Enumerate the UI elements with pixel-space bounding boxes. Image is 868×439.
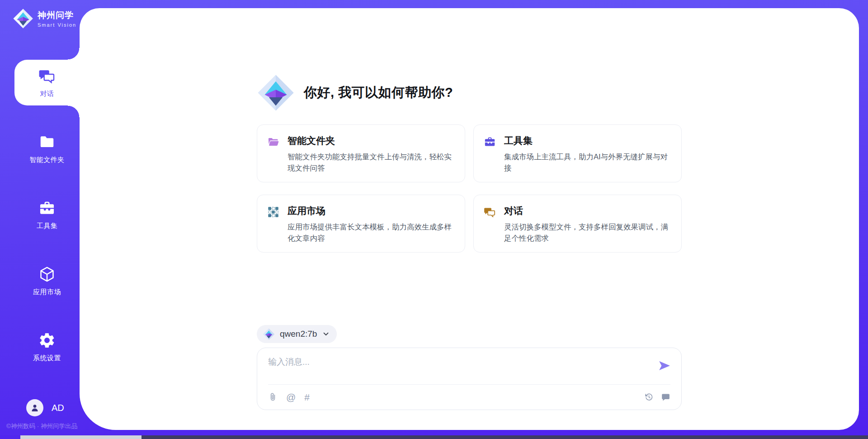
user-profile[interactable]: AD: [26, 399, 64, 416]
message-composer: @ #: [257, 348, 682, 410]
brand: 神州问学 Smart Vision: [13, 8, 76, 29]
gem-diamond-icon: [13, 8, 33, 29]
sidebar-item-toolbox[interactable]: 工具集: [14, 192, 80, 238]
sidebar: 神州问学 Smart Vision 对话 智能文件夹: [0, 0, 80, 439]
scrollbar-gap: [0, 435, 20, 439]
card-title: 对话: [504, 205, 670, 217]
gem-diamond-icon: [257, 74, 295, 112]
card-chat[interactable]: 对话 灵活切换多模型文件，支持多样回复效果调试，满足个性化需求: [473, 195, 682, 253]
model-name: qwen2:7b: [280, 329, 317, 339]
sidebar-item-label: 对话: [40, 90, 54, 98]
sidebar-item-app-market[interactable]: 应用市场: [14, 258, 80, 304]
folder-icon: [38, 134, 56, 151]
sidebar-nav: 对话 智能文件夹 工具集: [0, 60, 80, 390]
history-button[interactable]: [644, 392, 654, 402]
send-button[interactable]: [658, 359, 671, 372]
card-description: 集成市场上主流工具，助力AI与外界无缝扩展与对接: [504, 151, 670, 174]
paperclip-icon: [268, 392, 278, 402]
horizontal-scrollbar[interactable]: [0, 435, 868, 439]
copyright-footer: ©神州数码 · 神州问学出品: [6, 422, 77, 430]
sidebar-item-label: 工具集: [37, 222, 58, 230]
briefcase-icon: [484, 136, 496, 182]
cube-icon: [38, 266, 56, 283]
sidebar-item-chat[interactable]: 对话: [14, 60, 80, 105]
card-description: 应用市场提供丰富长文本模板，助力高效生成多样化文章内容: [288, 221, 453, 244]
chevron-down-icon: [322, 330, 330, 338]
card-toolbox[interactable]: 工具集 集成市场上主流工具，助力AI与外界无缝扩展与对接: [473, 124, 682, 182]
toolbox-icon: [38, 200, 56, 217]
history-icon: [644, 392, 654, 402]
scrollbar-thumb[interactable]: [20, 435, 142, 439]
card-title: 智能文件夹: [288, 134, 453, 147]
message-input[interactable]: [268, 356, 639, 382]
attach-file-button[interactable]: [268, 392, 278, 402]
card-app-market[interactable]: 应用市场 应用市场提供丰富长文本模板，助力高效生成多样化文章内容: [257, 195, 465, 253]
sidebar-item-label: 智能文件夹: [29, 156, 65, 164]
gear-icon: [38, 332, 56, 349]
card-description: 智能文件夹功能支持批量文件上传与清洗，轻松实现文件问答: [288, 151, 453, 174]
card-title: 工具集: [504, 134, 670, 147]
chat-bubbles-icon: [484, 206, 496, 252]
folder-open-icon: [267, 136, 279, 182]
chat-bubbles-icon: [38, 67, 56, 85]
composer-toolbar: @ #: [268, 384, 670, 410]
grid-icon: [267, 206, 279, 252]
model-selector[interactable]: qwen2:7b: [257, 325, 337, 343]
new-chat-button[interactable]: [661, 392, 670, 402]
send-plane-icon: [658, 359, 671, 372]
hash-topic-button[interactable]: #: [304, 392, 310, 402]
brand-subtitle: Smart Vision: [38, 22, 76, 28]
main-panel: 你好, 我可以如何帮助你? 智能文件夹 智能文件夹功能支持批量文件上传与清洗，轻…: [80, 8, 859, 430]
person-icon: [29, 402, 40, 413]
feature-cards: 智能文件夹 智能文件夹功能支持批量文件上传与清洗，轻松实现文件问答 工具集 集成…: [257, 124, 682, 253]
greeting: 你好, 我可以如何帮助你?: [257, 74, 453, 112]
at-mention-button[interactable]: @: [286, 392, 296, 402]
sidebar-item-smart-folder[interactable]: 智能文件夹: [14, 126, 80, 172]
brand-name: 神州问学: [38, 10, 76, 21]
card-description: 灵活切换多模型文件，支持多样回复效果调试，满足个性化需求: [504, 221, 670, 244]
card-title: 应用市场: [288, 205, 453, 217]
avatar: [26, 399, 43, 416]
user-initials: AD: [52, 403, 64, 413]
gem-diamond-icon: [263, 328, 275, 340]
card-smart-folder[interactable]: 智能文件夹 智能文件夹功能支持批量文件上传与清洗，轻松实现文件问答: [257, 124, 465, 182]
sidebar-item-label: 应用市场: [33, 288, 61, 296]
chat-bubble-icon: [661, 392, 670, 402]
greeting-text: 你好, 我可以如何帮助你?: [304, 84, 453, 102]
sidebar-item-label: 系统设置: [33, 354, 61, 363]
sidebar-item-settings[interactable]: 系统设置: [14, 324, 80, 370]
